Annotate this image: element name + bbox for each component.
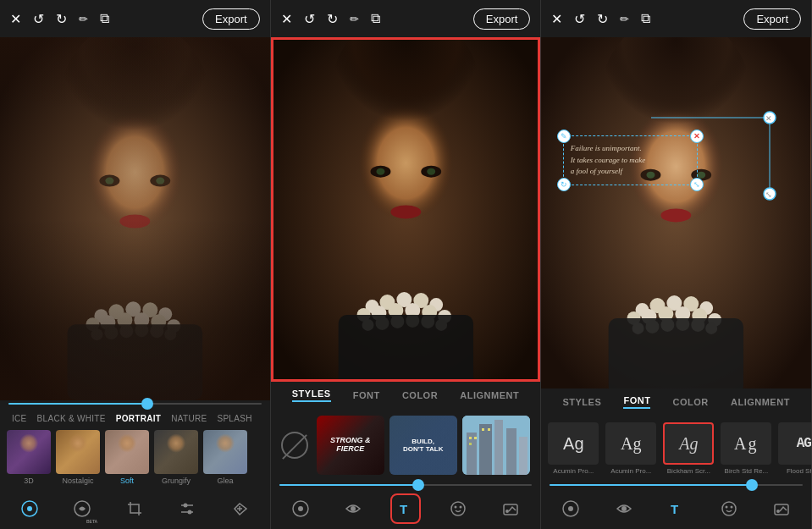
filter-thumb-img-3d xyxy=(7,430,51,474)
eye-icon-right[interactable] xyxy=(609,493,639,524)
svg-point-31 xyxy=(184,504,188,508)
slider-track-left[interactable] xyxy=(8,403,262,405)
sticker-icon-right[interactable] xyxy=(714,493,744,524)
slider-track-right[interactable] xyxy=(550,484,803,486)
filter-thumb-img-nostalgic xyxy=(56,430,100,474)
close-icon[interactable]: ✕ xyxy=(10,11,21,27)
filter-item-grungify[interactable]: Grungify xyxy=(154,430,198,485)
tab-font-right[interactable]: FONT xyxy=(623,395,650,409)
text-icon-center[interactable]: T xyxy=(390,493,421,524)
font-preview-acumin-serif: Ag xyxy=(605,422,656,465)
filter-tab-nature[interactable]: NATURE xyxy=(166,412,212,425)
font-preview-acumin-sans: Ag xyxy=(548,422,599,465)
redo-icon-right[interactable]: ↻ xyxy=(597,11,608,27)
compare-icon-right[interactable]: ⧉ xyxy=(641,11,650,26)
slider-track-center[interactable] xyxy=(279,484,533,486)
filter-label-soft: Soft xyxy=(120,477,134,485)
bottom-toolbar-right: T xyxy=(541,488,811,529)
svg-text:T: T xyxy=(671,502,678,516)
handle-scale[interactable]: ⤡ xyxy=(690,178,704,191)
style-build-dont-talk[interactable]: BUILD,DON'T TALK xyxy=(389,416,457,475)
healing-svg xyxy=(231,499,250,518)
filter-tab-portrait[interactable]: PORTRAIT xyxy=(111,412,167,425)
filter-tab-bw[interactable]: BLACK & WHITE xyxy=(32,412,111,425)
text-overlay[interactable]: ✎ ✕ ↻ ⤡ Failure is unimportant. It takes… xyxy=(563,135,698,185)
city-svg xyxy=(462,416,530,475)
filter-item-3d[interactable]: 3D xyxy=(7,430,51,485)
sticker-icon-center[interactable] xyxy=(443,493,473,524)
filter-item-glea[interactable]: Glea xyxy=(203,430,247,485)
export-button-right[interactable]: Export xyxy=(743,8,801,30)
slider-thumb-right[interactable] xyxy=(746,479,758,491)
effects-icon[interactable] xyxy=(14,493,45,524)
undo-icon[interactable]: ↺ xyxy=(33,11,44,27)
tab-alignment[interactable]: ALIGNMENT xyxy=(460,390,519,400)
handle-rotate[interactable]: ↻ xyxy=(557,178,571,191)
svg-rect-64 xyxy=(479,424,492,475)
svg-point-122 xyxy=(776,510,780,513)
font-item-acumin-serif[interactable]: Ag Acumin Pro... xyxy=(605,422,656,475)
filter-label-3d: 3D xyxy=(24,477,34,485)
eye-icon-center[interactable] xyxy=(338,493,368,524)
edit-icon: ✎ xyxy=(561,132,567,141)
handle-edit[interactable]: ✎ xyxy=(557,129,571,143)
effects-icon-right[interactable] xyxy=(555,493,586,524)
tab-alignment-right[interactable]: ALIGNMENT xyxy=(731,397,790,407)
portrait-art-right xyxy=(541,37,811,388)
toolbar-right: ✕ ↺ ↻ ✏ ⧉ Export xyxy=(541,0,811,37)
svg-rect-107 xyxy=(609,318,743,388)
close-icon-right[interactable]: ✕ xyxy=(551,11,562,27)
export-button[interactable]: Export xyxy=(202,8,260,30)
tab-color-right[interactable]: COLOR xyxy=(673,397,709,407)
filter-item-nostalgic[interactable]: Nostalgic xyxy=(56,430,100,485)
undo-icon-right[interactable]: ↺ xyxy=(574,11,585,27)
font-preview-flood: AG xyxy=(778,422,811,465)
font-item-bickham[interactable]: Ag Bickham Scr... xyxy=(663,422,714,475)
sticker-svg-right xyxy=(720,499,738,518)
tab-styles-right[interactable]: STYLES xyxy=(562,397,601,407)
close-icon-center[interactable]: ✕ xyxy=(281,11,292,27)
redo-icon-center[interactable]: ↻ xyxy=(327,11,338,27)
tab-styles[interactable]: STYLES xyxy=(292,388,331,402)
font-item-birch[interactable]: Ag Birch Std Re... xyxy=(721,422,771,475)
filter-tab-splash[interactable]: SPLASH xyxy=(212,412,257,425)
slider-fill-center xyxy=(279,484,418,486)
font-item-flood[interactable]: AG Flood Ste... xyxy=(778,422,811,475)
style-none-item[interactable] xyxy=(278,416,312,475)
compare-icon[interactable]: ⧉ xyxy=(100,11,109,26)
wand-icon[interactable]: ✏ xyxy=(79,13,88,25)
slider-thumb-center[interactable] xyxy=(412,479,424,491)
effects-icon-center[interactable] xyxy=(285,493,316,524)
filter-item-soft[interactable]: Soft xyxy=(105,430,149,485)
healing-icon[interactable] xyxy=(225,493,256,524)
wand-icon-center[interactable]: ✏ xyxy=(350,13,359,25)
undo-icon-center[interactable]: ↺ xyxy=(304,11,315,27)
slider-container-center xyxy=(271,482,541,488)
style-city[interactable] xyxy=(462,416,530,475)
text-icon-right[interactable]: T xyxy=(661,493,692,524)
svg-rect-69 xyxy=(474,437,477,439)
style-strong-fierce[interactable]: STRONG &FIERCE xyxy=(317,416,384,475)
filter-tab-ice[interactable]: ICE xyxy=(7,412,32,425)
font-item-acumin-sans[interactable]: Ag Acumin Pro... xyxy=(548,422,599,475)
redo-icon[interactable]: ↻ xyxy=(56,11,67,27)
crop-icon[interactable] xyxy=(119,493,150,524)
slider-fill-right xyxy=(550,484,752,486)
enhance-icon[interactable]: BETA xyxy=(67,493,97,524)
export-button-center[interactable]: Export xyxy=(473,8,531,30)
adjust-icon[interactable] xyxy=(172,493,202,524)
style-2-text: BUILD,DON'T TALK xyxy=(403,438,444,453)
slider-thumb-left[interactable] xyxy=(141,398,153,410)
wand-icon-right[interactable]: ✏ xyxy=(620,13,629,25)
frame-icon-center[interactable] xyxy=(495,493,526,524)
svg-text:T: T xyxy=(400,502,407,516)
tab-font[interactable]: FONT xyxy=(353,390,380,400)
portrait-overlay-left xyxy=(0,37,270,400)
font-name-acumin-sans: Acumin Pro... xyxy=(553,467,594,475)
filter-tabs-left: ICE BLACK & WHITE PORTRAIT NATURE SPLASH xyxy=(0,412,270,425)
compare-icon-center[interactable]: ⧉ xyxy=(371,11,380,26)
styles-tabs-center: STYLES FONT COLOR ALIGNMENT xyxy=(271,382,541,409)
frame-icon-right[interactable] xyxy=(766,493,797,524)
tab-color[interactable]: COLOR xyxy=(402,390,438,400)
svg-rect-70 xyxy=(469,443,472,445)
